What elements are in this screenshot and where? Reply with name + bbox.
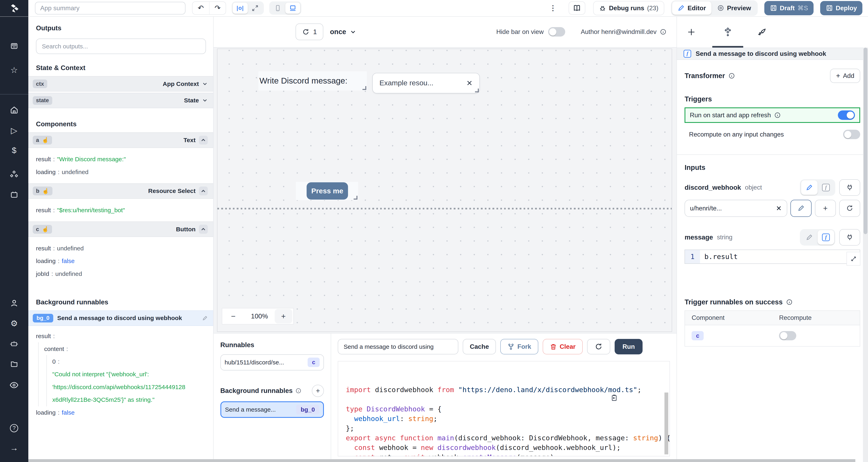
- horizontal-scrollbar[interactable]: [28, 459, 855, 462]
- info-icon[interactable]: [786, 299, 793, 305]
- resize-handle[interactable]: [475, 89, 479, 92]
- mobile-view-button[interactable]: [271, 3, 285, 14]
- search-outputs-input[interactable]: [36, 38, 206, 54]
- connect-plug-button[interactable]: [839, 179, 860, 196]
- resize-handle[interactable]: [353, 196, 358, 200]
- clear-button[interactable]: Clear: [543, 339, 583, 354]
- editor-refresh-button[interactable]: [587, 339, 611, 354]
- bg-runnable-item-selected[interactable]: Send a message... bg_0: [220, 401, 324, 418]
- resource-picker[interactable]: u/henri/te...: [685, 200, 787, 217]
- info-icon[interactable]: [660, 29, 666, 35]
- collapse-c-button[interactable]: [199, 225, 208, 233]
- output-key[interactable]: 0: [52, 358, 56, 365]
- output-key[interactable]: jobId: [36, 270, 49, 277]
- tab-preview[interactable]: Preview: [711, 1, 756, 15]
- bg0-row[interactable]: bg_0 Send a message to discord using web…: [28, 310, 213, 326]
- component-a-row[interactable]: a☝ Text: [28, 132, 213, 148]
- frequency-select[interactable]: once: [330, 28, 356, 36]
- zoom-in-button[interactable]: +: [275, 309, 292, 324]
- info-icon[interactable]: [774, 112, 781, 119]
- expression-mode-button[interactable]: f: [817, 230, 834, 244]
- add-background-runnable-button[interactable]: +: [312, 385, 324, 397]
- edit-resource-button[interactable]: [790, 200, 811, 217]
- runnable-item[interactable]: hub/1511/discord/se... c: [220, 354, 324, 370]
- workers-icon[interactable]: [9, 338, 20, 349]
- press-me-button[interactable]: Press me: [307, 182, 348, 199]
- app-summary-input[interactable]: [35, 2, 185, 14]
- favorites-star-icon[interactable]: ☆: [9, 65, 20, 76]
- refresh-resource-button[interactable]: [839, 200, 860, 217]
- settings-tab-components-icon[interactable]: [722, 27, 733, 38]
- clear-resource-button[interactable]: [776, 205, 782, 211]
- draft-button[interactable]: Draft ⌘S: [764, 1, 813, 15]
- audit-eye-icon[interactable]: [9, 380, 20, 391]
- desktop-view-button[interactable]: [285, 3, 300, 14]
- tab-editor[interactable]: Editor: [672, 1, 711, 15]
- output-key[interactable]: result: [36, 333, 51, 339]
- center-guides-button[interactable]: |o|: [233, 3, 248, 14]
- resize-handle[interactable]: [363, 86, 366, 90]
- inspector-scrollbar[interactable]: [863, 47, 868, 462]
- folders-icon[interactable]: [9, 358, 20, 369]
- debug-runs-button[interactable]: Debug runs (23): [593, 1, 664, 15]
- output-key[interactable]: result: [36, 207, 51, 213]
- styling-tab-brush-icon[interactable]: [756, 27, 768, 38]
- output-key[interactable]: result: [36, 156, 51, 162]
- output-key[interactable]: loading: [36, 169, 56, 175]
- redo-button[interactable]: ↷: [209, 2, 226, 14]
- refresh-count-button[interactable]: 1: [296, 24, 323, 40]
- recompute-c-toggle[interactable]: [779, 331, 796, 340]
- docs-button[interactable]: [569, 1, 585, 15]
- code-scrollbar[interactable]: [664, 393, 668, 454]
- message-expression-editor[interactable]: 1 b.result: [685, 250, 860, 264]
- component-c-row[interactable]: c☝ Button: [28, 222, 213, 237]
- fullscreen-button[interactable]: [248, 3, 262, 14]
- text-component[interactable]: Write Discord message:: [258, 71, 367, 91]
- more-menu-button[interactable]: ⋮: [545, 4, 561, 12]
- deploy-button[interactable]: Deploy: [820, 1, 862, 15]
- run-on-start-toggle[interactable]: [838, 110, 855, 120]
- hide-bar-toggle[interactable]: [548, 27, 565, 37]
- component-b-row[interactable]: b☝ Resource Select: [28, 183, 213, 199]
- cache-button[interactable]: Cache: [463, 339, 496, 354]
- windmill-logo-icon[interactable]: [0, 0, 28, 16]
- edit-pencil-icon[interactable]: [202, 316, 208, 321]
- recompute-toggle[interactable]: [843, 130, 860, 139]
- user-icon[interactable]: [9, 298, 20, 308]
- state-row[interactable]: state State: [28, 93, 213, 108]
- output-key[interactable]: result: [36, 245, 51, 252]
- schedules-icon[interactable]: [9, 189, 20, 200]
- fork-button[interactable]: Fork: [500, 339, 538, 354]
- collapse-a-button[interactable]: [199, 136, 208, 144]
- insert-tab-plus-icon[interactable]: [686, 27, 697, 38]
- undo-button[interactable]: ↶: [192, 2, 209, 14]
- static-edit-mode-button[interactable]: [801, 180, 818, 195]
- settings-gear-icon[interactable]: ⚙: [9, 318, 20, 329]
- output-key[interactable]: content: [44, 345, 64, 352]
- copy-clipboard-icon[interactable]: [611, 375, 661, 421]
- apps-icon[interactable]: [9, 40, 20, 52]
- add-transformer-button[interactable]: +Add: [830, 69, 860, 83]
- resource-select-component[interactable]: Example resou...: [372, 73, 479, 93]
- app-canvas[interactable]: Write Discord message: Example resou... …: [217, 48, 672, 332]
- runnable-name-input[interactable]: [338, 339, 459, 354]
- variables-icon[interactable]: $: [9, 145, 20, 156]
- create-resource-button[interactable]: +: [815, 200, 836, 217]
- static-edit-mode-button[interactable]: [801, 230, 818, 244]
- run-button[interactable]: Run: [615, 339, 643, 354]
- clear-selection-button[interactable]: [466, 80, 473, 86]
- output-key[interactable]: loading: [36, 258, 56, 264]
- collapse-arrow-icon[interactable]: →: [9, 442, 20, 454]
- help-icon[interactable]: ?: [9, 423, 20, 434]
- collapse-b-button[interactable]: [199, 187, 208, 195]
- expand-editor-button[interactable]: [846, 252, 860, 266]
- code-editor[interactable]: import discordwebhook from "https://deno…: [338, 361, 670, 456]
- expression-mode-button[interactable]: f: [817, 180, 834, 195]
- zoom-out-button[interactable]: −: [222, 312, 244, 321]
- info-icon[interactable]: [728, 72, 735, 79]
- connect-plug-button[interactable]: [839, 229, 860, 246]
- output-key[interactable]: loading: [36, 409, 56, 416]
- runs-icon[interactable]: ▷: [9, 125, 20, 136]
- ctx-row[interactable]: ctx App Context: [28, 76, 213, 92]
- home-icon[interactable]: [9, 105, 20, 116]
